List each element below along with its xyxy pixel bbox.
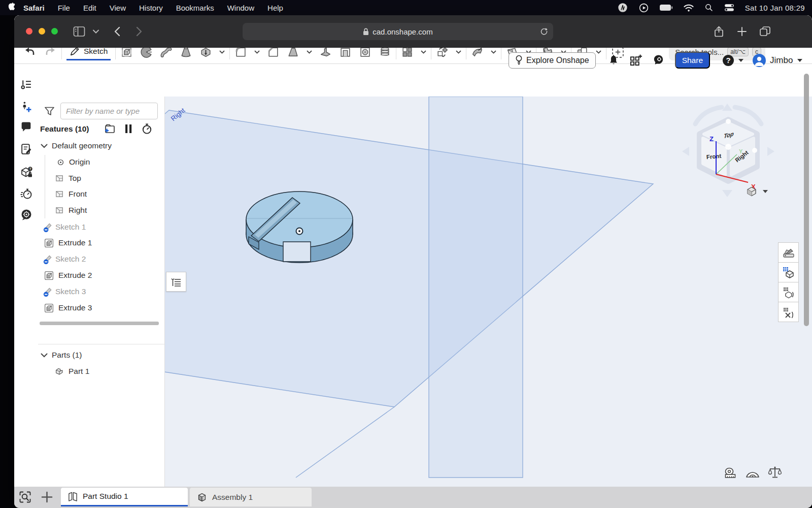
- menubar-item-help[interactable]: Help: [267, 4, 283, 12]
- performance-stopwatch-icon[interactable]: [20, 187, 33, 200]
- tree-item-front-plane[interactable]: Front: [38, 186, 161, 202]
- feature-panel-toggle-button[interactable]: [166, 272, 186, 292]
- feature-list-scrollbar[interactable]: [40, 322, 159, 325]
- tree-item-right-plane[interactable]: Right: [38, 202, 161, 218]
- tree-item-extrude-3[interactable]: Extrude 3: [38, 300, 161, 316]
- user-caret-icon[interactable]: [797, 59, 802, 62]
- user-name[interactable]: Jimbo: [770, 55, 793, 66]
- spotlight-search-icon[interactable]: [704, 3, 714, 12]
- help-icon[interactable]: ?: [722, 54, 734, 67]
- chevron-down-icon[interactable]: [41, 353, 48, 358]
- filter-funnel-icon[interactable]: [43, 105, 56, 117]
- origin-marker[interactable]: [296, 228, 303, 235]
- viewcube-front-label[interactable]: Front: [706, 153, 721, 161]
- learning-center-icon[interactable]: [652, 54, 665, 67]
- tab-assembly-1[interactable]: Assembly 1: [190, 488, 312, 506]
- viewcube-arrow-right[interactable]: [767, 147, 774, 156]
- notifications-bell-icon[interactable]: [608, 54, 619, 67]
- zoom-window-button[interactable]: [51, 28, 58, 35]
- battery-icon[interactable]: [659, 4, 673, 11]
- menubar-clock[interactable]: Sat 10 Jan 08:29: [745, 4, 805, 12]
- wifi-icon[interactable]: [683, 4, 694, 12]
- control-center-icon[interactable]: [724, 4, 735, 12]
- tab-overview-icon[interactable]: [759, 26, 771, 37]
- notes-icon[interactable]: [20, 143, 32, 155]
- menubar-item-bookmarks[interactable]: Bookmarks: [176, 4, 214, 12]
- suppress-pause-icon[interactable]: [124, 123, 132, 134]
- tree-item-top-plane[interactable]: Top: [38, 170, 161, 186]
- tree-item-part-1[interactable]: Part 1: [38, 363, 161, 379]
- rollback-stopwatch-icon[interactable]: [141, 123, 153, 135]
- menubar-item-edit[interactable]: Edit: [83, 4, 96, 12]
- play-status-icon[interactable]: [638, 3, 649, 13]
- variables-panel-button[interactable]: [778, 302, 799, 322]
- right-plane[interactable]: [165, 110, 653, 407]
- help-caret-icon[interactable]: [738, 59, 743, 62]
- tree-item-sketch-1[interactable]: Sketch 1: [38, 219, 161, 235]
- protractor-icon[interactable]: [745, 466, 760, 480]
- comments-icon[interactable]: [20, 121, 32, 134]
- user-avatar[interactable]: [753, 54, 766, 67]
- mass-properties-scale-icon[interactable]: [768, 465, 782, 480]
- tab-part-studio-1[interactable]: Part Studio 1: [61, 488, 188, 506]
- tree-node-default-geometry[interactable]: Default geometry: [38, 138, 161, 154]
- address-bar[interactable]: cad.onshape.com: [243, 23, 553, 40]
- learning-gear-icon[interactable]: [20, 208, 33, 221]
- permissions-cube-icon[interactable]: ?: [20, 166, 33, 179]
- menubar-item-history[interactable]: History: [139, 4, 163, 12]
- reload-icon[interactable]: [540, 27, 548, 36]
- tree-item-sketch-2[interactable]: Sketch 2: [38, 251, 161, 267]
- surface-dropdown-chevron-icon[interactable]: [491, 50, 496, 54]
- explore-onshape-button[interactable]: Explore Onshape: [509, 52, 596, 69]
- plane-icon: [55, 174, 64, 183]
- new-tab-icon[interactable]: [737, 26, 747, 37]
- tree-item-origin[interactable]: Origin: [38, 154, 161, 170]
- forward-button[interactable]: [136, 26, 143, 37]
- transform-dropdown-chevron-icon[interactable]: [456, 50, 461, 54]
- add-folder-icon[interactable]: [103, 123, 116, 135]
- viewcube-arrow-down[interactable]: [722, 190, 732, 197]
- minimize-window-button[interactable]: [39, 28, 45, 35]
- measure-tape-icon[interactable]: [723, 466, 737, 480]
- tree-item-sketch-3[interactable]: Sketch 3: [38, 283, 161, 300]
- chevron-down-icon[interactable]: [41, 144, 48, 148]
- configured-features-panel-button[interactable]: [778, 282, 799, 302]
- menubar-item-safari[interactable]: Safari: [23, 4, 45, 12]
- page-scrollbar-thumb[interactable]: [804, 74, 809, 326]
- filter-input[interactable]: [60, 103, 158, 119]
- tree-item-extrude-2[interactable]: Extrude 2: [38, 267, 161, 283]
- versions-panel-icon[interactable]: [20, 101, 32, 113]
- close-window-button[interactable]: [26, 28, 32, 35]
- viewcube-arrow-left[interactable]: [682, 147, 689, 156]
- viewcube-rotate-cw-arrow[interactable]: [735, 107, 761, 124]
- part-notch[interactable]: [283, 242, 311, 262]
- sidebar-toggle-icon[interactable]: [73, 26, 85, 37]
- menubar-item-file[interactable]: File: [58, 4, 70, 12]
- back-button[interactable]: [114, 26, 120, 37]
- pattern-dropdown-chevron-icon[interactable]: [421, 50, 426, 54]
- share-page-icon[interactable]: [714, 26, 724, 38]
- draft-dropdown-chevron-icon[interactable]: [307, 50, 312, 54]
- viewport-3d[interactable]: Right Y Top: [165, 97, 812, 487]
- menubar-item-window[interactable]: Window: [227, 4, 254, 12]
- fillet-dropdown-chevron-icon[interactable]: [254, 50, 260, 54]
- viewcube-rotate-ccw-arrow[interactable]: [695, 107, 722, 124]
- boss-dropdown-chevron-icon[interactable]: [219, 50, 225, 54]
- configurations-panel-button[interactable]: [778, 262, 799, 282]
- search-tabs-icon[interactable]: [18, 490, 32, 504]
- apple-menu-icon[interactable]: [8, 3, 17, 13]
- sidebar-chevron-icon[interactable]: [93, 29, 99, 34]
- feature-list-icon[interactable]: [20, 78, 32, 91]
- tree-item-extrude-1[interactable]: Extrude 1: [38, 235, 161, 251]
- menubar-item-view[interactable]: View: [110, 4, 126, 12]
- front-plane[interactable]: [429, 97, 523, 478]
- view-options-caret-icon[interactable]: [763, 190, 768, 193]
- parts-section-header[interactable]: Parts (1): [38, 347, 161, 363]
- part-body[interactable]: [246, 192, 353, 263]
- appearance-panel-button[interactable]: [778, 242, 799, 263]
- share-button[interactable]: Share: [675, 52, 710, 69]
- new-tab-plus-icon[interactable]: [41, 491, 53, 503]
- view-options-button[interactable]: [745, 185, 768, 198]
- app-store-grid-icon[interactable]: [629, 54, 642, 67]
- status-app-icon[interactable]: [617, 2, 628, 13]
